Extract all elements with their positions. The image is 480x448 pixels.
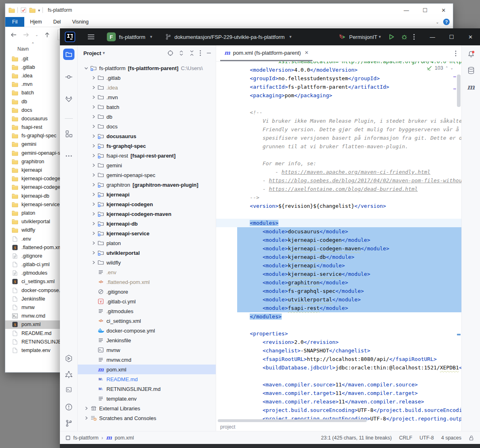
- explorer-item-batch[interactable]: batch: [5, 89, 64, 97]
- explorer-item-utviklerportal[interactable]: utviklerportal: [5, 218, 64, 226]
- quick-access-chevron-icon[interactable]: ▾: [38, 8, 40, 13]
- chevron-right-icon[interactable]: [90, 202, 97, 207]
- explorer-item-fs-graphql-spec[interactable]: fs-graphql-spec: [5, 132, 64, 140]
- chevron-right-icon[interactable]: [90, 231, 97, 236]
- chevron-right-icon[interactable]: [90, 124, 97, 129]
- chevron-right-icon[interactable]: [90, 105, 97, 109]
- chevron-right-icon[interactable]: [90, 75, 97, 80]
- status-file[interactable]: pom.xml: [115, 435, 134, 441]
- prev-problem-icon[interactable]: ⌃: [445, 66, 448, 70]
- chevron-right-icon[interactable]: [83, 406, 90, 411]
- database-icon[interactable]: [467, 66, 475, 75]
- lock-open-icon[interactable]: [469, 435, 474, 441]
- tree-item-kjerneapi-codegen[interactable]: kjerneapi-codegen: [78, 199, 216, 209]
- explorer-item-mvnw[interactable]: mvnw: [5, 303, 64, 311]
- explorer-item--gitmodules[interactable]: .gitmodules: [5, 269, 64, 277]
- project-widget[interactable]: fs-plattform: [119, 34, 145, 40]
- explorer-item-kjerneapi-codegen[interactable]: kjerneapi-codegen: [5, 175, 64, 183]
- tree-item--idea[interactable]: .idea: [78, 83, 216, 92]
- chevron-right-icon[interactable]: [90, 95, 97, 100]
- ide-minimize-icon[interactable]: —: [423, 28, 442, 45]
- explorer-item--gitlab[interactable]: .gitlab: [5, 63, 64, 71]
- chevron-right-icon[interactable]: [90, 182, 97, 187]
- chevron-right-icon[interactable]: [90, 260, 97, 265]
- chevron-right-icon[interactable]: [90, 85, 97, 90]
- chevron-right-icon[interactable]: [90, 173, 97, 177]
- tab-close-icon[interactable]: ✕: [304, 50, 308, 55]
- tree-item-external-libraries[interactable]: External Libraries: [78, 403, 216, 413]
- column-header-name[interactable]: Navn: [17, 46, 29, 52]
- tree-item-utviklerportal[interactable]: utviklerportal: [78, 248, 216, 258]
- more-icon[interactable]: [65, 152, 73, 160]
- tree-item-retningslinjer-md[interactable]: M↓RETNINGSLINJER.md: [78, 384, 216, 394]
- properties-check-icon[interactable]: [20, 7, 27, 13]
- explorer-item--env[interactable]: .env: [5, 235, 64, 243]
- graphql-icon[interactable]: [65, 371, 73, 379]
- gitlab-icon[interactable]: [65, 95, 73, 103]
- tree-item--mvn[interactable]: .mvn: [78, 92, 216, 102]
- tree-item-fsapi-rest[interactable]: fsapi-rest[fsapi-rest-parent]: [78, 151, 216, 160]
- explorer-item-pom-xml[interactable]: Spom.xml: [5, 320, 64, 329]
- ribbon-tab-fil[interactable]: Fil: [5, 17, 24, 27]
- explorer-item-docs[interactable]: docs: [5, 106, 64, 114]
- explorer-item-jenkinsfile[interactable]: Jenkinsfile: [5, 294, 64, 303]
- project-icon[interactable]: [63, 49, 74, 60]
- inspections-widget[interactable]: 103 ⌃ ⌄: [425, 64, 455, 72]
- help-icon[interactable]: ?: [443, 19, 450, 25]
- chevron-right-icon[interactable]: [90, 250, 97, 255]
- tree-item-db[interactable]: db: [78, 112, 216, 122]
- explorer-item--gitignore[interactable]: .gitignore: [5, 252, 64, 260]
- indent-widget[interactable]: 4 spaces: [441, 435, 461, 441]
- chevron-right-icon[interactable]: [90, 143, 97, 148]
- explorer-item-kjerneapi[interactable]: kjerneapi: [5, 166, 64, 174]
- tree-item-batch[interactable]: batch: [78, 102, 216, 112]
- tree-item--gitlab[interactable]: .gitlab: [78, 73, 216, 83]
- explorer-item-fsapi-rest[interactable]: fsapi-rest: [5, 123, 64, 132]
- back-icon[interactable]: [10, 32, 17, 38]
- tree-item-docker-compose-yml[interactable]: docker-compose.yml: [78, 326, 216, 335]
- ribbon-tab-visning[interactable]: Visning: [66, 17, 94, 27]
- run-icon[interactable]: [388, 34, 395, 40]
- services-icon[interactable]: [65, 354, 73, 363]
- run-config-chevron-icon[interactable]: ▼: [378, 35, 382, 39]
- commit-icon[interactable]: [65, 73, 73, 81]
- tree-item-kjerneapi-service[interactable]: kjerneapi-service: [78, 228, 216, 238]
- tree-item-gemini[interactable]: gemini: [78, 160, 216, 170]
- explorer-item-kjerneapi-db[interactable]: kjerneapi-db: [5, 192, 64, 200]
- tree-item-fs-graphql-spec[interactable]: fs-graphql-spec: [78, 141, 216, 151]
- hide-panel-icon[interactable]: [206, 50, 212, 56]
- tree-item-scratches-and-consoles[interactable]: Scratches and Consoles: [78, 413, 216, 423]
- chevron-right-icon[interactable]: [90, 114, 97, 119]
- explorer-item-docker-compose-[interactable]: docker-compose....: [5, 286, 64, 294]
- explorer-item--mvn[interactable]: .mvn: [5, 80, 64, 89]
- explorer-item-graphitron[interactable]: graphitron: [5, 157, 64, 166]
- expand-all-icon[interactable]: [178, 50, 184, 56]
- tree-item-fs-plattform[interactable]: fs-plattform[fs-plattform-parent]C:\User…: [78, 63, 216, 73]
- explorer-item-platon[interactable]: platon: [5, 209, 64, 217]
- branch-chevron-icon[interactable]: ▼: [289, 35, 292, 39]
- explorer-item-kjerneapi-service[interactable]: kjerneapi-service: [5, 200, 64, 209]
- tree-item-readme-md[interactable]: M↓README.md: [78, 374, 216, 384]
- explorer-item-kjerneapi-codege-[interactable]: kjerneapi-codege...: [5, 183, 64, 192]
- ribbon-tab-hjem[interactable]: Hjem: [24, 17, 47, 27]
- explorer-item-mvnw-cmd[interactable]: mvnw.cmd: [5, 312, 64, 320]
- explorer-item-readme-md[interactable]: README.md: [5, 329, 64, 337]
- maven-icon[interactable]: m: [467, 83, 475, 91]
- ide-maximize-icon[interactable]: ☐: [442, 28, 461, 45]
- explorer-item-gemini[interactable]: gemini: [5, 140, 64, 149]
- maximize-icon[interactable]: ☐: [416, 4, 434, 17]
- tree-item--env[interactable]: .env: [78, 267, 216, 277]
- ide-close-icon[interactable]: ✕: [461, 28, 480, 45]
- chevron-right-icon[interactable]: [83, 416, 90, 420]
- minimize-icon[interactable]: —: [397, 4, 416, 17]
- debug-icon[interactable]: [401, 34, 408, 40]
- explorer-item--gitlab-ci-yml[interactable]: .gitlab-ci.yml: [5, 260, 64, 269]
- sort-ascending-icon[interactable]: ⌃: [31, 42, 34, 46]
- explorer-item-db[interactable]: db: [5, 97, 64, 106]
- line-separator-widget[interactable]: CRLF: [399, 435, 412, 441]
- editor-options-icon[interactable]: [455, 50, 457, 57]
- explorer-item-retningslinjer-[interactable]: RETNINGSLINJER....: [5, 337, 64, 346]
- forward-icon[interactable]: [23, 32, 30, 38]
- git-icon[interactable]: [65, 419, 73, 427]
- collapse-all-icon[interactable]: [189, 50, 195, 56]
